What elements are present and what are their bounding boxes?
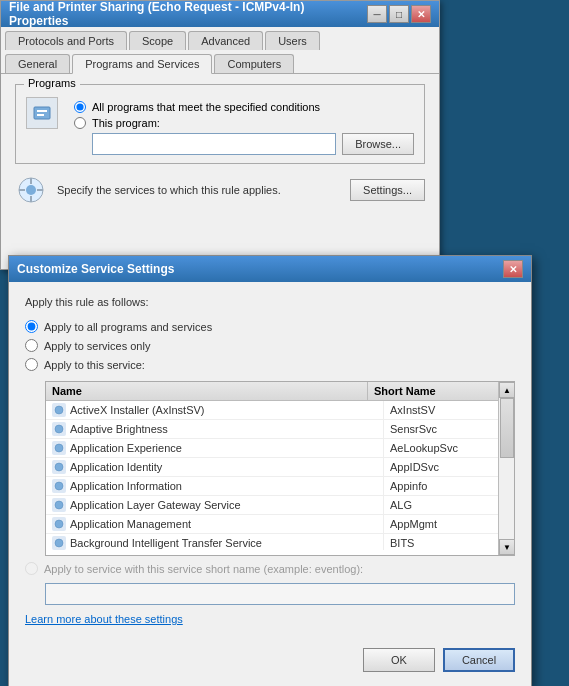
svg-point-15 [55,520,63,528]
bg-tab-row-1: Protocols and Ports Scope Advanced Users [1,27,439,51]
svg-point-12 [55,463,63,471]
bg-title-text: File and Printer Sharing (Echo Request -… [9,0,367,28]
services-icon [15,174,47,206]
service-row[interactable]: Application Layer Gateway ServiceALG [46,496,514,515]
service-name-text: Background Intelligent Transfer Service [70,537,262,549]
scroll-thumb[interactable] [500,398,514,458]
dialog-title-buttons: ✕ [503,260,523,278]
radio-all-programs-input[interactable] [25,320,38,333]
svg-point-13 [55,482,63,490]
all-programs-radio-row: All programs that meet the specified con… [74,101,414,113]
short-name-input-wrapper [25,579,515,605]
header-name: Name [46,382,368,400]
apply-rule-label: Apply this rule as follows: [25,296,515,308]
radio-services-only: Apply to services only [25,339,515,352]
dialog-close-button[interactable]: ✕ [503,260,523,278]
settings-button[interactable]: Settings... [350,179,425,201]
service-row[interactable]: Application ManagementAppMgmt [46,515,514,534]
radio-this-service-input[interactable] [25,358,38,371]
service-row[interactable]: Application IdentityAppIDSvc [46,458,514,477]
programs-section: Programs All programs that meet the spec… [15,84,425,164]
dialog-title-bar: Customize Service Settings ✕ [9,256,531,282]
services-description: Specify the services to which this rule … [57,184,340,196]
service-icon [52,517,66,531]
service-row[interactable]: Background Intelligent Transfer ServiceB… [46,534,514,550]
service-row[interactable]: Application ExperienceAeLookupSvc [46,439,514,458]
service-row[interactable]: Adaptive BrightnessSensrSvc [46,420,514,439]
cancel-button[interactable]: Cancel [443,648,515,672]
svg-rect-1 [37,110,47,112]
service-short-name-text: AxInstSV [384,401,514,419]
this-program-radio[interactable] [74,117,86,129]
bg-maximize-button[interactable]: □ [389,5,409,23]
svg-point-16 [55,539,63,547]
service-name-text: Application Information [70,480,182,492]
service-row[interactable]: Application InformationAppinfo [46,477,514,496]
customize-service-dialog: Customize Service Settings ✕ Apply this … [8,255,532,686]
radio-services-only-input[interactable] [25,339,38,352]
browse-button[interactable]: Browse... [342,133,414,155]
service-icon [52,422,66,436]
service-name-text: Application Layer Gateway Service [70,499,241,511]
bg-tab-row-2: General Programs and Services Computers [1,50,439,74]
svg-point-4 [26,185,36,195]
tab-computers[interactable]: Computers [214,54,294,73]
radio-services-only-label: Apply to services only [44,340,150,352]
tab-programs-services[interactable]: Programs and Services [72,54,212,74]
radio-all-programs-label: Apply to all programs and services [44,321,212,333]
programs-section-title: Programs [24,77,80,89]
short-name-input[interactable] [45,583,515,605]
svg-point-10 [55,425,63,433]
all-programs-radio[interactable] [74,101,86,113]
tab-users[interactable]: Users [265,31,320,50]
program-icon [26,97,58,129]
program-path-input[interactable] [92,133,336,155]
radio-this-service: Apply to this service: [25,358,515,371]
service-icon [52,460,66,474]
service-short-name-text: AppIDSvc [384,458,514,476]
service-icon [52,536,66,550]
service-short-name-text: ALG [384,496,514,514]
tab-general[interactable]: General [5,54,70,73]
service-name-text: Application Experience [70,442,182,454]
short-name-radio-row: Apply to service with this service short… [25,562,515,575]
service-icon [52,479,66,493]
service-short-name-text: AppMgmt [384,515,514,533]
service-row[interactable]: ActiveX Installer (AxInstSV)AxInstSV [46,401,514,420]
services-section: Specify the services to which this rule … [15,174,425,206]
bg-close-button[interactable]: ✕ [411,5,431,23]
bg-title-bar: File and Printer Sharing (Echo Request -… [1,1,439,27]
svg-point-14 [55,501,63,509]
ok-button[interactable]: OK [363,648,435,672]
this-program-label: This program: [92,117,160,129]
service-icon [52,498,66,512]
dialog-buttons: OK Cancel [9,640,531,686]
bg-minimize-button[interactable]: ─ [367,5,387,23]
all-programs-label: All programs that meet the specified con… [92,101,320,113]
header-short-name: Short Name [368,382,498,400]
service-list-container: Name Short Name ActiveX Installer (AxIns… [45,381,515,556]
scroll-down-arrow[interactable]: ▼ [499,539,515,555]
service-icon [52,403,66,417]
tab-protocols[interactable]: Protocols and Ports [5,31,127,50]
service-list-header: Name Short Name [46,382,514,401]
dialog-title-text: Customize Service Settings [17,262,174,276]
radio-this-service-label: Apply to this service: [44,359,145,371]
service-short-name-text: AeLookupSvc [384,439,514,457]
service-name-text: Adaptive Brightness [70,423,168,435]
scrollbar[interactable]: ▲ ▼ [498,382,514,555]
svg-point-11 [55,444,63,452]
short-name-radio-input[interactable] [25,562,38,575]
short-name-radio-label: Apply to service with this service short… [44,563,363,575]
tab-advanced[interactable]: Advanced [188,31,263,50]
scroll-up-arrow[interactable]: ▲ [499,382,515,398]
service-icon [52,441,66,455]
svg-rect-2 [37,114,44,116]
this-program-radio-row: This program: [74,117,414,129]
learn-more-link[interactable]: Learn more about these settings [25,613,183,625]
service-short-name-text: BITS [384,534,514,550]
service-name-text: ActiveX Installer (AxInstSV) [70,404,205,416]
dialog-body: Apply this rule as follows: Apply to all… [9,282,531,640]
tab-scope[interactable]: Scope [129,31,186,50]
service-list-scroll[interactable]: ActiveX Installer (AxInstSV)AxInstSVAdap… [46,401,514,550]
